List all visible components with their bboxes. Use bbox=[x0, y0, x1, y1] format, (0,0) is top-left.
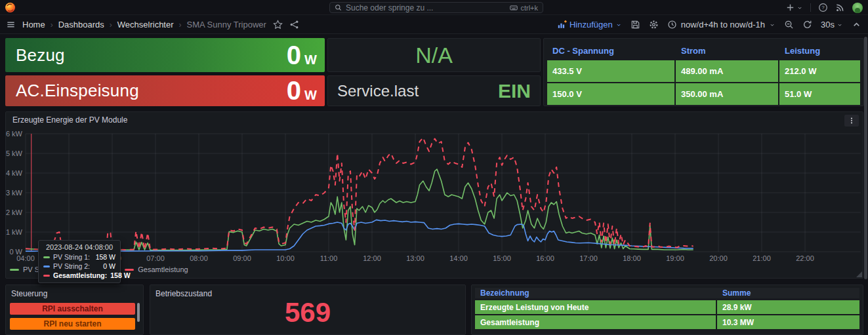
table-row: Erzeugte Leistung von Heute28.9 kW bbox=[475, 300, 859, 314]
breadcrumb-separator: › bbox=[179, 20, 182, 30]
breadcrumb-item-dashboards[interactable]: Dashboards bbox=[58, 20, 104, 30]
menu-hamburger-icon[interactable] bbox=[6, 20, 16, 30]
stat-value: 0 W bbox=[287, 41, 317, 70]
toolbar-actions: Hinzufügen now/d+4h to now/d-1h 30s bbox=[557, 20, 868, 30]
timeseries-plot[interactable]: 6 kW5 kW4 kW3 kW2 kW1 kW0 W04:0005:0006:… bbox=[6, 127, 863, 264]
stat-panel-ac-einspeisung[interactable]: AC.Einspeisung 0 W bbox=[5, 75, 325, 106]
add-panel-label: Hinzufügen bbox=[569, 20, 613, 30]
breadcrumb-item-home[interactable]: Home bbox=[22, 20, 45, 30]
stat-number: 0 bbox=[287, 76, 301, 106]
table-row: 150.0 V350.00 mA51.0 W bbox=[547, 83, 860, 105]
search-input[interactable]: Suche oder springe zu ... ctrl+k bbox=[329, 2, 543, 13]
chevron-down-icon bbox=[837, 22, 843, 28]
x-axis-label: 15:00 bbox=[493, 254, 511, 262]
table-cell: 489.00 mA bbox=[676, 60, 778, 82]
search-shortcut-label: ctrl+k bbox=[520, 4, 538, 12]
save-dashboard-icon[interactable] bbox=[630, 20, 640, 30]
dashboard-toolbar: Home›Dashboards›Wechselrichter›SMA Sunny… bbox=[0, 16, 868, 34]
stat-panel-na[interactable]: N/A bbox=[327, 38, 541, 72]
stat-value: N/A bbox=[415, 43, 453, 68]
table-header-leistung[interactable]: Leistung bbox=[779, 43, 860, 58]
table-header-row: DC - SpannungStromLeistung bbox=[547, 43, 860, 58]
stat-value: 569 bbox=[150, 297, 465, 328]
stat-panel-service-last[interactable]: Service.last EIN bbox=[327, 75, 541, 106]
clock-icon bbox=[667, 20, 677, 30]
rpi-ausschalten-button[interactable]: RPI ausschalten bbox=[10, 303, 135, 315]
panel-title[interactable]: Steuerung bbox=[11, 289, 47, 298]
y-axis-label: 5 kW bbox=[6, 149, 23, 157]
y-axis-label: 1 kW bbox=[6, 228, 23, 236]
tooltip-series-label: PV String 2: bbox=[53, 262, 90, 270]
search-icon bbox=[335, 4, 342, 11]
new-menu-button[interactable] bbox=[785, 3, 803, 12]
news-rss-icon[interactable] bbox=[835, 3, 845, 12]
settings-gear-icon[interactable] bbox=[649, 20, 659, 30]
table-header-strom[interactable]: Strom bbox=[676, 43, 778, 58]
table-header-dc-spannung[interactable]: DC - Spannung bbox=[547, 43, 674, 58]
control-buttons: RPI ausschaltenRPI neu starten bbox=[10, 303, 135, 330]
tooltip-series-label: PV String 1: bbox=[53, 253, 90, 261]
series-color-mark bbox=[43, 256, 50, 258]
chevron-down-icon bbox=[796, 5, 803, 11]
search-shortcut: ctrl+k bbox=[510, 4, 538, 12]
table-cell: 350.00 mA bbox=[676, 83, 778, 105]
dashboard-quick-actions bbox=[273, 20, 299, 30]
panel-resize-handle[interactable] bbox=[856, 271, 862, 277]
x-axis-label: 21:00 bbox=[753, 254, 771, 262]
chart-tooltip: 2023-08-24 04:08:00 PV String 1:158 WPV … bbox=[38, 240, 121, 283]
panel-scrollbar-thumb[interactable] bbox=[137, 303, 140, 322]
x-axis-label: 07:00 bbox=[146, 254, 165, 262]
legend-label: Gesamtleistung bbox=[138, 266, 188, 273]
add-panel-button[interactable]: Hinzufügen bbox=[557, 20, 622, 30]
share-icon[interactable] bbox=[289, 20, 299, 30]
stat-number: 0 bbox=[287, 41, 301, 70]
stat-value: 0 W bbox=[287, 76, 317, 106]
x-axis-label: 09:00 bbox=[233, 254, 251, 262]
y-axis-label: 2 kW bbox=[6, 208, 23, 216]
panel-menu-kebab-icon[interactable] bbox=[844, 115, 859, 127]
summary-table-panel: BezeichnungSummeErzeugte Leistung von He… bbox=[471, 285, 863, 335]
stat-unit: W bbox=[304, 88, 317, 103]
time-range-picker[interactable]: now/d+4h to now/d-1h bbox=[667, 20, 775, 30]
timeseries-panel: Erzeugte Energie der PV Module 6 kW5 kW4… bbox=[5, 111, 863, 279]
page-scrollbar-thumb[interactable] bbox=[864, 37, 867, 279]
time-range-label: now/d+4h to now/d-1h bbox=[681, 20, 765, 30]
rpi-neu-starten-button[interactable]: RPI neu starten bbox=[10, 318, 135, 330]
grafana-logo-icon[interactable] bbox=[5, 2, 16, 13]
y-axis-label: 3 kW bbox=[6, 189, 23, 197]
refresh-interval-label: 30s bbox=[821, 20, 835, 30]
table-header-bezeichnung[interactable]: Bezeichnung bbox=[475, 288, 716, 298]
series-line-gesamtleistung bbox=[26, 138, 693, 250]
x-axis-label: 12:00 bbox=[363, 254, 381, 262]
help-icon[interactable]: ? bbox=[818, 3, 828, 12]
x-axis-label: 04:00 bbox=[16, 254, 35, 262]
refresh-interval-picker[interactable]: 30s bbox=[821, 20, 843, 30]
stat-panel-bezug[interactable]: Bezug 0 W bbox=[5, 38, 325, 72]
legend-item-gesamtleistung[interactable]: Gesamtleistung bbox=[125, 266, 188, 273]
table-header-summe[interactable]: Summe bbox=[717, 288, 859, 298]
x-axis-label: 17:00 bbox=[579, 254, 598, 262]
stat-unit: W bbox=[304, 52, 317, 68]
betriebszustand-panel: Betriebszustand 569 bbox=[150, 285, 466, 335]
table-cell: Erzeugte Leistung von Heute bbox=[475, 300, 716, 314]
legend-color-dash bbox=[10, 269, 19, 271]
tooltip-series-value: 158 W bbox=[110, 271, 130, 279]
svg-text:?: ? bbox=[821, 5, 825, 10]
zoom-out-icon[interactable] bbox=[784, 20, 794, 30]
x-axis-label: 08:00 bbox=[190, 254, 208, 262]
keyboard-icon bbox=[510, 4, 518, 12]
panel-title[interactable]: Erzeugte Energie der PV Module bbox=[12, 115, 127, 125]
table-cell: Gesamtleistung bbox=[475, 315, 716, 329]
user-avatar[interactable] bbox=[852, 3, 863, 13]
breadcrumb-item-sma-sunny-tripower[interactable]: SMA Sunny Tripower bbox=[187, 20, 266, 30]
grafana-dashboard: Suche oder springe zu ... ctrl+k ? Home›… bbox=[0, 0, 868, 335]
series-line-pv-string-1 bbox=[26, 169, 693, 250]
topnav-actions: ? bbox=[785, 0, 865, 15]
tooltip-row-pv-string-2: PV String 2:0 W bbox=[43, 262, 115, 270]
table-cell: 212.0 W bbox=[779, 60, 860, 82]
x-axis-label: 16:00 bbox=[536, 254, 554, 262]
breadcrumb-item-wechselrichter[interactable]: Wechselrichter bbox=[117, 20, 174, 30]
star-icon[interactable] bbox=[273, 20, 283, 30]
refresh-icon[interactable] bbox=[802, 20, 812, 30]
collapse-toolbar-chevron-up-icon[interactable] bbox=[852, 20, 861, 30]
